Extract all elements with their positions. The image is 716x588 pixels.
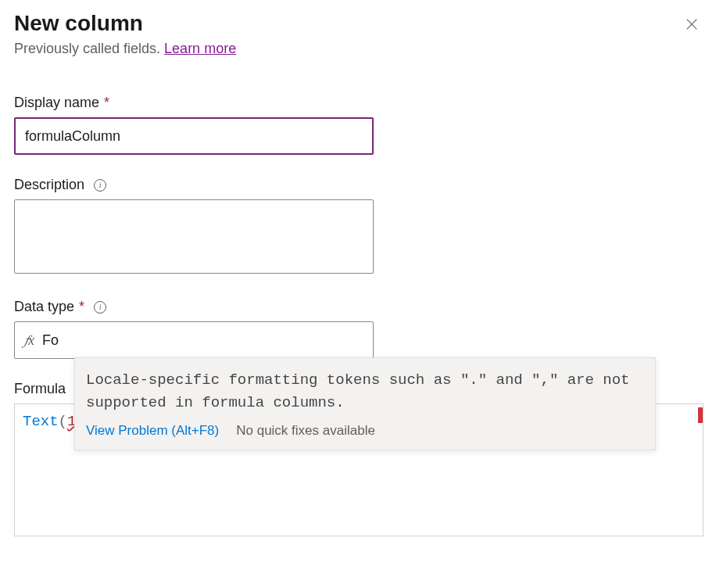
required-indicator: * [79,299,84,315]
display-name-label: Display name * [14,95,702,111]
description-label-text: Description [14,177,84,193]
display-name-label-text: Display name [14,95,99,111]
view-problem-link[interactable]: View Problem (Alt+F8) [86,423,219,439]
close-button[interactable] [682,14,702,37]
required-indicator: * [104,95,109,111]
error-scroll-marker [698,407,703,423]
panel-subtitle: Previously called fields. Learn more [14,41,702,57]
info-icon[interactable]: i [94,179,106,192]
data-type-value: Fo [42,332,59,349]
display-name-input[interactable] [14,117,374,155]
subtitle-text: Previously called fields. [14,41,164,56]
data-type-label: Data type * i [14,299,702,315]
info-icon[interactable]: i [94,301,106,314]
formula-fn-token: Text [23,413,59,430]
learn-more-link[interactable]: Learn more [164,41,236,56]
formula-label-text: Formula [14,381,66,396]
description-input[interactable] [14,199,374,274]
no-fixes-text: No quick fixes available [236,423,375,439]
close-icon [685,17,699,31]
data-type-select[interactable]: 𝑓x Fo [14,321,374,359]
panel-title: New column [14,11,143,36]
fx-icon: 𝑓x [24,332,34,349]
tooltip-message: Locale-specific formatting tokens such a… [86,369,644,415]
error-tooltip: Locale-specific formatting tokens such a… [74,357,656,450]
formula-paren-open: ( [59,413,67,430]
description-label: Description i [14,177,702,193]
data-type-label-text: Data type [14,299,74,315]
